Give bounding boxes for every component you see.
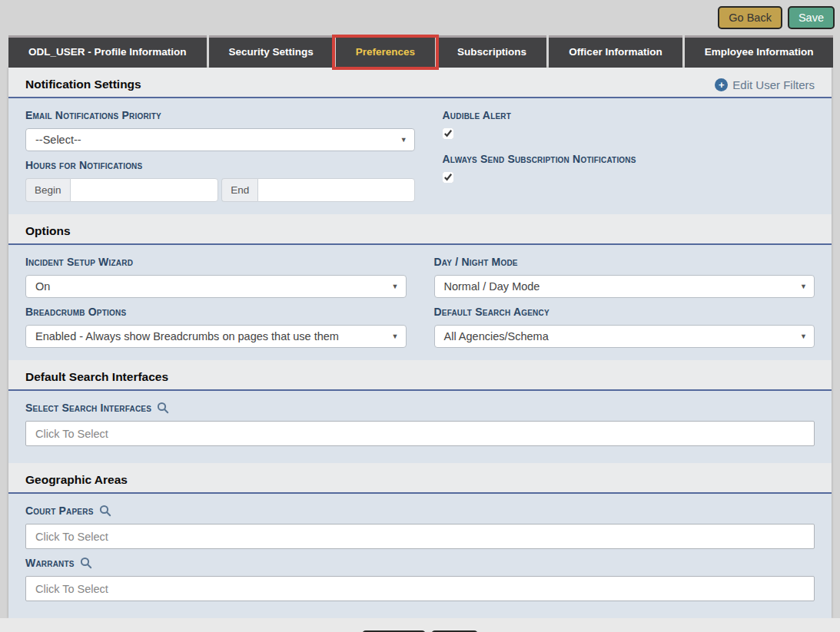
incident-setup-wizard-select[interactable]: On ▼: [25, 275, 407, 298]
end-addon-label: End: [221, 178, 257, 202]
tab-officer-information[interactable]: Officer Information: [549, 35, 682, 68]
geographic-areas-title: Geographic Areas: [25, 473, 128, 487]
options-header: Options: [8, 214, 832, 245]
day-night-mode-value: Normal / Day Mode: [444, 280, 540, 293]
breadcrumb-options-label: Breadcrumb Options: [25, 306, 407, 318]
default-search-agency-value: All Agencies/Schema: [444, 330, 549, 342]
options-title: Options: [25, 224, 71, 238]
bottom-action-bar: Go Back Save: [0, 618, 840, 632]
search-icon[interactable]: [157, 402, 169, 414]
search-icon[interactable]: [99, 505, 111, 517]
select-search-interfaces-picker[interactable]: Click To Select: [25, 421, 815, 446]
chevron-down-icon: ▼: [392, 333, 399, 340]
warrants-label: Warrants: [25, 557, 75, 569]
tab-employee-information[interactable]: Employee Information: [685, 35, 834, 68]
hours-notifications-label: Hours for Notifications: [25, 159, 415, 171]
chevron-down-icon: ▼: [800, 333, 807, 340]
court-papers-picker[interactable]: Click To Select: [25, 524, 815, 549]
notification-settings-header: Notification Settings + Edit User Filter…: [8, 68, 832, 98]
tab-profile-information[interactable]: ODL_USER - Profile Information: [8, 35, 207, 68]
email-priority-selected-value: --Select--: [35, 134, 81, 146]
always-send-subscription-checkbox[interactable]: [443, 172, 453, 183]
begin-addon-label: Begin: [25, 178, 70, 202]
tab-security-settings[interactable]: Security Settings: [209, 35, 334, 68]
chevron-down-icon: ▼: [800, 283, 807, 290]
default-search-agency-label: Default Search Agency: [434, 306, 815, 318]
edit-user-filters-label: Edit User Filters: [732, 78, 815, 91]
preferences-panel: Notification Settings + Edit User Filter…: [8, 68, 832, 618]
email-priority-label: Email Notifications Priority: [25, 109, 415, 121]
tab-preferences[interactable]: Preferences: [336, 35, 435, 68]
audible-alert-label: Audible Alert: [443, 109, 815, 121]
edit-user-filters-link[interactable]: + Edit User Filters: [715, 78, 815, 91]
save-button-top[interactable]: Save: [788, 6, 835, 29]
breadcrumb-options-value: Enabled - Always show Breadcrumbs on pag…: [35, 330, 339, 342]
default-search-interfaces-body: Select Search Interfaces Click To Select: [8, 391, 832, 463]
email-priority-select[interactable]: --Select-- ▼: [25, 128, 415, 151]
incident-setup-wizard-label: Incident Setup Wizard: [25, 256, 407, 268]
default-search-interfaces-title: Default Search Interfaces: [25, 370, 168, 384]
tab-bar: ODL_USER - Profile Information Security …: [8, 35, 840, 68]
court-papers-label: Court Papers: [25, 505, 94, 517]
geographic-areas-header: Geographic Areas: [8, 463, 832, 494]
go-back-button-top[interactable]: Go Back: [718, 6, 782, 29]
breadcrumb-options-select[interactable]: Enabled - Always show Breadcrumbs on pag…: [25, 325, 407, 348]
chevron-down-icon: ▼: [400, 136, 407, 144]
tab-subscriptions[interactable]: Subscriptions: [437, 35, 546, 68]
incident-setup-wizard-value: On: [35, 280, 50, 293]
chevron-down-icon: ▼: [392, 283, 399, 290]
search-icon[interactable]: [80, 557, 92, 569]
geographic-areas-body: Court Papers Click To Select Warrants Cl…: [8, 494, 832, 618]
hours-begin-input[interactable]: [70, 178, 219, 202]
notification-settings-title: Notification Settings: [25, 78, 141, 91]
default-search-interfaces-header: Default Search Interfaces: [8, 360, 832, 391]
top-action-bar: Go Back Save: [0, 0, 840, 35]
day-night-mode-select[interactable]: Normal / Day Mode ▼: [434, 275, 815, 298]
options-body: Incident Setup Wizard On ▼ Breadcrumb Op…: [8, 245, 832, 360]
always-send-subscription-label: Always Send Subscription Notifications: [443, 153, 815, 165]
default-search-agency-select[interactable]: All Agencies/Schema ▼: [434, 325, 815, 348]
notification-settings-body: Email Notifications Priority --Select-- …: [8, 98, 832, 214]
hours-end-input[interactable]: [257, 178, 414, 202]
audible-alert-checkbox[interactable]: [443, 128, 453, 139]
day-night-mode-label: Day / Night Mode: [434, 256, 815, 268]
select-search-interfaces-label: Select Search Interfaces: [25, 402, 151, 414]
tab-preferences-label: Preferences: [356, 46, 415, 58]
plus-circle-icon: +: [715, 78, 728, 91]
warrants-picker[interactable]: Click To Select: [25, 576, 815, 601]
